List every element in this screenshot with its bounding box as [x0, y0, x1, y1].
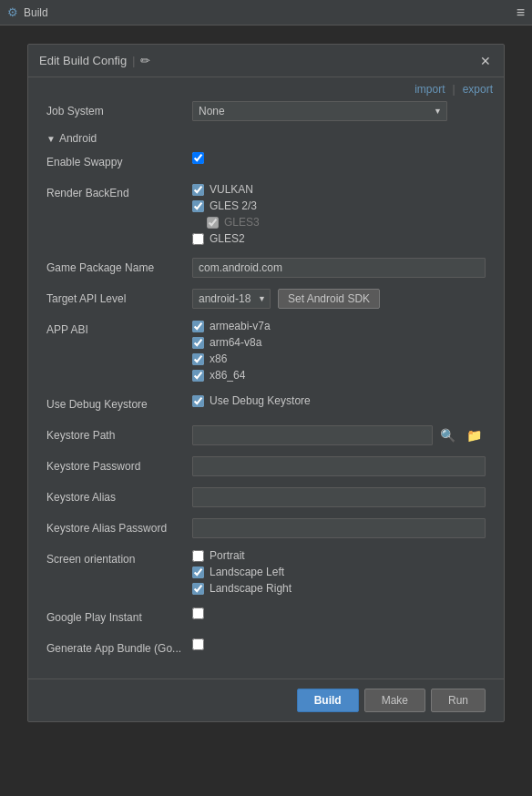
- arm64-v8a-label: arm64-v8a: [210, 336, 261, 349]
- generate-app-bundle-control: [192, 638, 486, 653]
- debug-keystore-checkbox-row: Use Debug Keystore: [192, 394, 486, 407]
- keystore-alias-input[interactable]: [192, 487, 486, 507]
- enable-swappy-row: Enable Swappy: [46, 152, 486, 174]
- use-debug-keystore-row: Use Debug Keystore Use Debug Keystore: [46, 394, 486, 416]
- gles2-label: GLES2: [210, 232, 245, 245]
- target-api-select[interactable]: android-18: [192, 289, 271, 309]
- target-api-wrapper: android-18: [192, 289, 271, 309]
- android-arrow-icon: ▼: [46, 134, 56, 144]
- google-play-instant-row: Google Play Instant: [46, 607, 486, 629]
- set-android-sdk-button[interactable]: Set Android SDK: [278, 289, 380, 309]
- gles23-row: GLES 2/3: [192, 199, 486, 212]
- job-system-control: None Unity Job System C# Job System: [192, 101, 486, 121]
- edit-icon[interactable]: ✏: [140, 54, 150, 67]
- keystore-password-input[interactable]: [192, 456, 486, 476]
- gles2-checkbox[interactable]: [192, 233, 204, 245]
- screen-orientation-row: Screen orientation Portrait Landscape Le…: [46, 549, 486, 598]
- gles2-row: GLES2: [192, 232, 486, 245]
- dialog-title: Edit Build Config: [39, 54, 127, 67]
- job-system-select[interactable]: None Unity Job System C# Job System: [192, 101, 447, 121]
- keystore-path-label: Keystore Path: [46, 425, 192, 442]
- x86-checkbox[interactable]: [192, 353, 204, 365]
- content-area: Job System None Unity Job System C# Job …: [28, 101, 504, 679]
- x86-row: x86: [192, 352, 486, 365]
- keystore-alias-password-row: Keystore Alias Password: [46, 518, 486, 540]
- keystore-password-control: [192, 456, 486, 476]
- title-bar: ⚙ Build ≡: [0, 0, 532, 26]
- title-bar-menu[interactable]: ≡: [517, 5, 525, 21]
- title-bar-label: Build: [24, 6, 48, 19]
- google-play-instant-checkbox[interactable]: [192, 607, 204, 619]
- keystore-alias-control: [192, 487, 486, 507]
- dialog-footer: Build Make Run: [28, 679, 504, 721]
- game-package-name-row: Game Package Name: [46, 258, 486, 280]
- armeabi-v7a-checkbox[interactable]: [192, 321, 204, 332]
- vulkan-row: VULKAN: [192, 183, 486, 196]
- keystore-alias-password-label: Keystore Alias Password: [46, 518, 192, 535]
- keystore-path-control: 🔍 📁: [192, 425, 486, 445]
- import-export-bar: import | export: [28, 77, 504, 101]
- arm64-v8a-checkbox[interactable]: [192, 337, 204, 349]
- gles3-label: GLES3: [224, 216, 260, 229]
- job-system-label: Job System: [46, 101, 192, 117]
- app-abi-control: armeabi-v7a arm64-v8a x86 x86_64: [192, 320, 486, 385]
- landscape-left-row: Landscape Left: [192, 566, 486, 578]
- gles23-label: GLES 2/3: [210, 199, 257, 212]
- armeabi-v7a-row: armeabi-v7a: [192, 320, 486, 332]
- keystore-alias-label: Keystore Alias: [46, 487, 192, 504]
- game-package-name-control: [192, 258, 486, 278]
- google-play-instant-label: Google Play Instant: [46, 607, 192, 624]
- keystore-alias-password-control: [192, 518, 486, 538]
- generate-app-bundle-checkbox[interactable]: [192, 638, 204, 650]
- job-system-row: Job System None Unity Job System C# Job …: [46, 101, 486, 123]
- x86-label: x86: [210, 352, 227, 365]
- keystore-search-button[interactable]: 🔍: [436, 426, 459, 444]
- keystore-folder-button[interactable]: 📁: [463, 426, 486, 444]
- x86-64-checkbox[interactable]: [192, 370, 204, 382]
- portrait-row: Portrait: [192, 549, 486, 562]
- debug-keystore-checkbox-label: Use Debug Keystore: [210, 394, 311, 407]
- google-play-instant-control: [192, 607, 486, 622]
- landscape-left-checkbox[interactable]: [192, 566, 204, 578]
- import-link[interactable]: import: [414, 83, 445, 96]
- generate-app-bundle-label: Generate App Bundle (Go...: [46, 638, 192, 655]
- landscape-left-label: Landscape Left: [210, 566, 284, 578]
- app-abi-row: APP ABI armeabi-v7a arm64-v8a x86 x86_64: [46, 320, 486, 385]
- run-button[interactable]: Run: [431, 689, 486, 712]
- landscape-right-checkbox[interactable]: [192, 583, 204, 595]
- edit-build-config-dialog: Edit Build Config | ✏ ✕ import | export …: [27, 44, 505, 722]
- gles3-checkbox[interactable]: [207, 217, 219, 229]
- enable-swappy-checkbox[interactable]: [192, 152, 204, 164]
- export-link[interactable]: export: [463, 83, 493, 96]
- close-button[interactable]: ✕: [476, 52, 495, 70]
- generate-app-bundle-row: Generate App Bundle (Go...: [46, 638, 486, 660]
- gles23-checkbox[interactable]: [192, 200, 204, 212]
- landscape-right-label: Landscape Right: [210, 582, 292, 595]
- keystore-password-row: Keystore Password: [46, 456, 486, 478]
- build-button[interactable]: Build: [297, 689, 359, 712]
- vulkan-checkbox[interactable]: [192, 184, 204, 196]
- keystore-path-input[interactable]: [192, 425, 433, 445]
- screen-orientation-control: Portrait Landscape Left Landscape Right: [192, 549, 486, 598]
- use-debug-keystore-label: Use Debug Keystore: [46, 394, 192, 411]
- x86-64-row: x86_64: [192, 369, 486, 382]
- keystore-path-row: Keystore Path 🔍 📁: [46, 425, 486, 447]
- android-section-header[interactable]: ▼ Android: [46, 132, 486, 145]
- portrait-checkbox[interactable]: [192, 550, 204, 562]
- target-api-row: android-18 Set Android SDK: [192, 289, 486, 309]
- game-package-name-input[interactable]: [192, 258, 486, 278]
- armeabi-v7a-label: armeabi-v7a: [210, 320, 271, 332]
- portrait-label: Portrait: [210, 549, 245, 562]
- arm64-v8a-row: arm64-v8a: [192, 336, 486, 349]
- keystore-alias-password-input[interactable]: [192, 518, 486, 538]
- screen-orientation-label: Screen orientation: [46, 549, 192, 566]
- app-abi-label: APP ABI: [46, 320, 192, 336]
- render-backend-row: Render BackEnd VULKAN GLES 2/3 GLES3 GLE…: [46, 183, 486, 249]
- target-api-level-control: android-18 Set Android SDK: [192, 289, 486, 309]
- render-backend-control: VULKAN GLES 2/3 GLES3 GLES2: [192, 183, 486, 249]
- make-button[interactable]: Make: [364, 689, 425, 712]
- debug-keystore-checkbox[interactable]: [192, 395, 204, 407]
- enable-swappy-label: Enable Swappy: [46, 152, 192, 168]
- use-debug-keystore-control: Use Debug Keystore: [192, 394, 486, 411]
- game-package-name-label: Game Package Name: [46, 258, 192, 274]
